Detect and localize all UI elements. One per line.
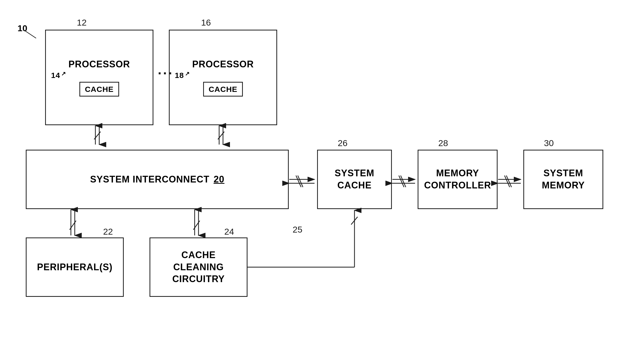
processor18-label: PROCESSOR xyxy=(192,58,254,70)
diagram-container: 10 12 PROCESSOR 14 ↗ CACHE 16 PROCESSOR … xyxy=(0,0,644,358)
peripherals-label: PERIPHERAL(S) xyxy=(37,261,112,273)
svg-line-20 xyxy=(505,176,510,187)
system-memory-label: SYSTEM xyxy=(543,167,583,179)
cache-cleaning-label: CACHE xyxy=(181,249,216,261)
cache-cleaning-label2: CLEANING xyxy=(173,261,224,273)
svg-line-17 xyxy=(401,176,406,187)
ref-label-10: 10 xyxy=(18,23,27,33)
svg-line-30 xyxy=(351,217,358,225)
memory-controller-label2: CONTROLLER xyxy=(424,179,491,192)
svg-line-12 xyxy=(296,176,301,187)
svg-line-13 xyxy=(298,176,303,187)
svg-line-21 xyxy=(506,176,511,187)
ref-24: 24 xyxy=(224,227,234,237)
svg-line-24 xyxy=(70,221,76,230)
cache-cleaning-box: CACHE CLEANING CIRCUITRY xyxy=(150,237,247,297)
processor14-box: PROCESSOR 14 ↗ CACHE xyxy=(45,30,153,125)
ref-30: 30 xyxy=(544,138,554,148)
svg-line-6 xyxy=(94,132,101,139)
svg-line-9 xyxy=(218,132,224,139)
system-interconnect-label: SYSTEM INTERCONNECT 20 xyxy=(90,173,224,186)
peripherals-box: PERIPHERAL(S) xyxy=(26,237,124,297)
ellipsis: ... xyxy=(158,62,174,77)
processor14-label: PROCESSOR xyxy=(68,58,130,70)
ref-22: 22 xyxy=(103,227,113,237)
memory-controller-label: MEMORY xyxy=(436,167,479,179)
svg-line-16 xyxy=(399,176,404,187)
ref-26: 26 xyxy=(338,138,348,148)
processor18-sublabel: 18 ↗ xyxy=(170,70,276,80)
processor14-sublabel: 14 ↗ xyxy=(46,70,153,80)
processor18-box: PROCESSOR 18 ↗ CACHE xyxy=(169,30,277,125)
system-interconnect-box: SYSTEM INTERCONNECT 20 xyxy=(26,150,289,209)
memory-controller-box: MEMORY CONTROLLER xyxy=(418,150,498,209)
system-cache-label: SYSTEM xyxy=(335,167,374,179)
ref-16: 16 xyxy=(201,18,211,28)
processor14-cache: CACHE xyxy=(79,82,119,97)
processor18-cache: CACHE xyxy=(203,82,243,97)
system-cache-box: SYSTEM CACHE xyxy=(317,150,392,209)
cache-cleaning-label3: CIRCUITRY xyxy=(172,273,225,285)
system-memory-box: SYSTEM MEMORY xyxy=(523,150,603,209)
svg-line-27 xyxy=(193,221,200,230)
ref-12: 12 xyxy=(77,18,87,28)
ref-25: 25 xyxy=(293,225,302,235)
ref-28: 28 xyxy=(438,138,448,148)
system-cache-label2: CACHE xyxy=(337,179,371,192)
system-memory-label2: MEMORY xyxy=(542,179,585,192)
